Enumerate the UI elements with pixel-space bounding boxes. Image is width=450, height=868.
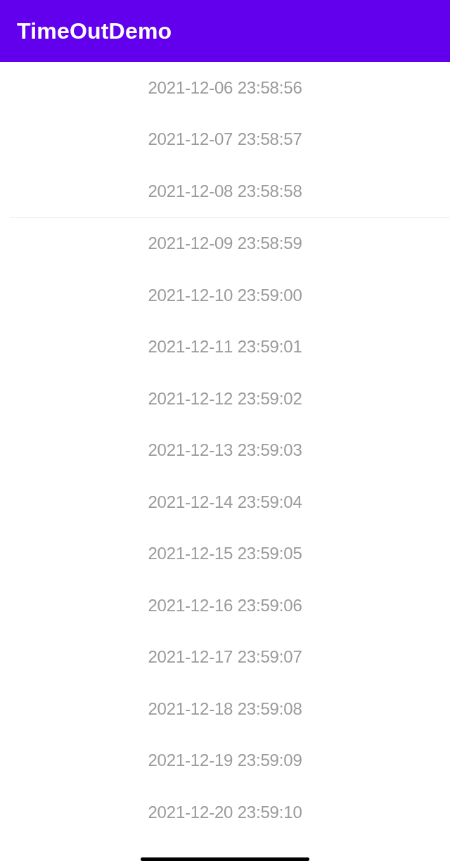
list-item[interactable]: 2021-12-07 23:58:57 xyxy=(0,114,450,166)
timestamp-text: 2021-12-18 23:59:08 xyxy=(148,699,302,719)
list-item[interactable]: 2021-12-19 23:59:09 xyxy=(0,735,450,787)
timestamp-text: 2021-12-06 23:58:56 xyxy=(148,78,302,98)
timestamp-text: 2021-12-13 23:59:03 xyxy=(148,440,302,460)
timestamp-text: 2021-12-20 23:59:10 xyxy=(148,803,302,822)
timestamp-text: 2021-12-10 23:59:00 xyxy=(148,286,302,305)
list-item[interactable]: 2021-12-10 23:59:00 xyxy=(0,269,450,321)
timestamp-text: 2021-12-07 23:58:57 xyxy=(148,129,302,149)
timestamp-text: 2021-12-19 23:59:09 xyxy=(148,751,302,770)
list-item[interactable]: 2021-12-06 23:58:56 xyxy=(0,62,450,114)
list-item[interactable]: 2021-12-14 23:59:04 xyxy=(0,476,450,528)
app-title: TimeOutDemo xyxy=(17,18,172,44)
list-item[interactable]: 2021-12-09 23:58:59 xyxy=(0,218,450,270)
timestamp-text: 2021-12-14 23:59:04 xyxy=(148,492,302,512)
list-item[interactable]: 2021-12-15 23:59:05 xyxy=(0,528,450,580)
list-item[interactable]: 2021-12-17 23:59:07 xyxy=(0,632,450,684)
app-bar: TimeOutDemo xyxy=(0,0,450,62)
list-item[interactable]: 2021-12-20 23:59:10 xyxy=(0,786,450,838)
list-item[interactable]: 2021-12-11 23:59:01 xyxy=(0,321,450,374)
list-item[interactable]: 2021-12-16 23:59:06 xyxy=(0,580,450,632)
list-item[interactable]: 2021-12-18 23:59:08 xyxy=(0,683,450,735)
timestamp-text: 2021-12-17 23:59:07 xyxy=(148,647,302,667)
timestamp-text: 2021-12-12 23:59:02 xyxy=(148,389,302,409)
timestamp-text: 2021-12-15 23:59:05 xyxy=(148,544,302,563)
home-indicator[interactable] xyxy=(141,857,309,861)
list-item[interactable]: 2021-12-12 23:59:02 xyxy=(0,373,450,425)
timestamp-text: 2021-12-16 23:59:06 xyxy=(148,596,302,615)
timestamp-text: 2021-12-11 23:59:01 xyxy=(148,337,302,357)
timestamp-list[interactable]: 2021-12-06 23:58:562021-12-07 23:58:5720… xyxy=(0,62,450,838)
list-item[interactable]: 2021-12-08 23:58:58 xyxy=(0,165,450,217)
timestamp-text: 2021-12-08 23:58:58 xyxy=(148,181,302,201)
timestamp-text: 2021-12-09 23:58:59 xyxy=(148,234,302,253)
list-item[interactable]: 2021-12-13 23:59:03 xyxy=(0,425,450,477)
